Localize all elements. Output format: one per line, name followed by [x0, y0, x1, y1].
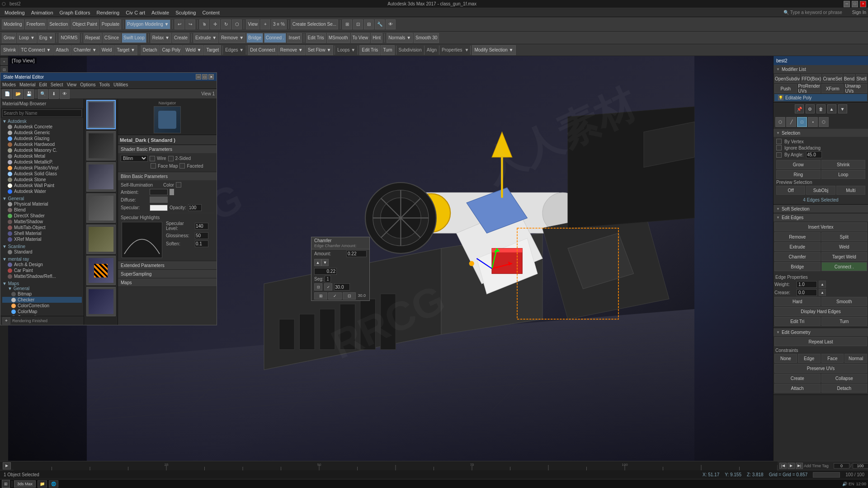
restore-btn[interactable]: □ — [852, 1, 858, 7]
eng-btn[interactable]: Eng ▼ — [38, 33, 55, 43]
shader-type-select[interactable]: Blinn — [121, 155, 148, 162]
face-map-checkbox[interactable] — [151, 163, 156, 169]
extrude-btn-rp[interactable]: Extrude — [774, 242, 821, 251]
chamfer-ctrl-2[interactable]: ✓ — [324, 283, 332, 291]
set-flow-btn[interactable]: Set Flow ▼ — [306, 45, 334, 55]
spec-level-input[interactable] — [195, 223, 208, 230]
chamfer-down-btn[interactable]: ▼ — [321, 259, 329, 266]
face-constraint-btn[interactable]: Face — [821, 354, 844, 363]
dot-connect-btn[interactable]: Dot Connect — [248, 45, 278, 55]
extrude-btn[interactable]: Extrude ▼ — [193, 33, 218, 43]
normal-constraint-btn[interactable]: Normal — [844, 354, 867, 363]
mat-editor-title[interactable]: Slate Material Editor ─ □ ✕ — [0, 73, 217, 81]
weight-up[interactable]: ▲ — [819, 281, 826, 288]
modify-sel-btn[interactable]: Modify Selection ▼ — [472, 45, 515, 55]
vertex-mode-btn[interactable]: ⬡ — [775, 117, 785, 127]
connect-btn-rp[interactable]: Connect . — [821, 262, 868, 271]
rollout-blinn-header[interactable]: Blinn Basic Parameters — [118, 172, 217, 180]
total-frames[interactable] — [853, 463, 868, 469]
undo-btn[interactable]: ↩ — [175, 19, 184, 29]
glossiness-input[interactable] — [195, 232, 208, 239]
attach-btn-t3[interactable]: Attach — [53, 45, 71, 55]
mat-close-btn[interactable]: ✕ — [208, 74, 214, 80]
mat-item-metallicp[interactable]: Autodesk MetallicP. — [2, 159, 82, 165]
ignore-backface-checkbox[interactable] — [776, 145, 782, 150]
mod-delete-btn[interactable]: 🗑 — [816, 104, 826, 113]
mat-slot-4[interactable] — [86, 193, 116, 223]
mat-item-bitmap[interactable]: Bitmap — [2, 291, 82, 297]
isolate-btn[interactable]: 👁 — [386, 19, 396, 29]
mat-item-blend[interactable]: Blend — [2, 207, 82, 213]
by-angle-input[interactable] — [806, 151, 822, 158]
collapse-btn-rp[interactable]: Collapse — [821, 374, 868, 383]
mat-menu-modes[interactable]: Modes — [2, 82, 16, 87]
msmooth-btn[interactable]: MSmooth — [327, 33, 350, 43]
chamfer-btn-rp[interactable]: Chamfer — [774, 252, 821, 261]
norms-btn[interactable]: NORMS — [59, 33, 79, 43]
mat-menu-options[interactable]: Options — [80, 82, 95, 87]
specular-swatch[interactable] — [150, 205, 168, 211]
chamfer-icon-3[interactable]: ⊡ — [343, 292, 356, 300]
diffuse-swatch[interactable] — [150, 197, 168, 203]
mod-xform[interactable]: XForm — [821, 84, 844, 93]
create-btn-rp[interactable]: Create — [774, 374, 821, 383]
poly-mode-btn[interactable]: ▪ — [808, 117, 818, 127]
soft-sel-header[interactable]: Soft Selection — [774, 205, 868, 213]
mat-save-btn[interactable]: 💾 — [24, 89, 34, 99]
edittri-btn-rp[interactable]: Edit Tri — [774, 317, 821, 326]
repeat-btn[interactable]: Repeat — [84, 33, 102, 43]
percent-btn[interactable]: 3 ≡ % — [271, 19, 287, 29]
mat-item-glass[interactable]: Autodesk Solid Glass — [2, 171, 82, 177]
mat-max-btn[interactable]: □ — [202, 74, 208, 80]
play-btn[interactable]: ▶ — [788, 463, 795, 469]
plus-btn[interactable]: + — [260, 19, 270, 29]
mat-slot-5[interactable] — [86, 225, 116, 254]
prev-frame-btn[interactable]: |◀ — [779, 463, 787, 469]
target-weld-btn-rp[interactable]: Target Weld — [821, 252, 868, 261]
grow-btn-rp[interactable]: Grow — [776, 160, 821, 169]
mod-bend[interactable]: Bend — [844, 74, 855, 83]
mat-item-xref[interactable]: XRef Material — [2, 236, 82, 242]
edit-tris-btn[interactable]: Edit Tris — [306, 33, 326, 43]
weld-btn-t3[interactable]: Weld — [99, 45, 114, 55]
mat-item-physical[interactable]: Physical Material — [2, 201, 82, 207]
multi-btn-rp[interactable]: Multi — [836, 186, 865, 195]
mirror-btn[interactable]: ⊡ — [353, 19, 363, 29]
insert-btn[interactable]: Insert — [287, 33, 302, 43]
mat-menu-view[interactable]: View — [67, 82, 77, 87]
edit-tris-t3-btn[interactable]: Edit Tris — [359, 45, 380, 55]
mat-slot-1[interactable] — [86, 100, 116, 129]
taskbar-explorer[interactable]: 📁 — [38, 480, 47, 488]
detach-btn-rp[interactable]: Detach — [821, 384, 868, 393]
chamfer-icon-2[interactable]: ✓ — [328, 292, 341, 300]
mat-slot-7[interactable] — [86, 287, 116, 316]
rollout-shader-header[interactable]: Shader Basic Parameters — [118, 145, 217, 153]
mod-move-up-btn[interactable]: ▲ — [827, 104, 836, 113]
search-field[interactable]: 🔍 Type a keyword or phrase — [783, 10, 842, 15]
mat-item-concrete[interactable]: Autodesk Concrete — [2, 124, 82, 130]
polygon-modeling-btn[interactable]: Polygon Modeling ▼ — [125, 19, 170, 29]
loop-btn-rp[interactable]: Loop — [821, 170, 866, 179]
tab-object-paint[interactable]: Object Paint — [71, 19, 99, 29]
mat-item-colormap[interactable]: ColorMap — [2, 309, 82, 314]
mat-slot-6[interactable] — [86, 256, 116, 285]
relax-btn[interactable]: Relax ▼ — [151, 33, 171, 43]
mat-item-stone[interactable]: Autodesk Stone — [2, 177, 82, 183]
taskbar-3dsmax[interactable]: 3ds Max — [14, 480, 36, 488]
select-btn[interactable]: 🖱 — [199, 19, 209, 29]
edit-geometry-header[interactable]: Edit Geometry — [774, 328, 868, 336]
mat-item-colorcorrection[interactable]: ColorCorrection — [2, 303, 82, 309]
chamfer-up-btn[interactable]: ▲ — [314, 259, 321, 266]
mat-group-autodesk-header[interactable]: ▼ Autodesk — [2, 119, 82, 124]
mat-item-arch[interactable]: Arch & Design — [2, 262, 82, 267]
mod-opensubdiv[interactable]: OpenSubdiv — [774, 74, 800, 83]
rollout-supersampling-header[interactable]: SuperSampling — [118, 270, 217, 278]
mat-item-water[interactable]: Autodesk Water — [2, 188, 82, 194]
mat-search-input[interactable] — [2, 109, 82, 117]
mat-item-checker[interactable]: Checker — [2, 297, 82, 303]
edge-constraint-btn[interactable]: Edge — [798, 354, 821, 363]
target-weld-btn[interactable]: Target — [204, 45, 221, 55]
mod-push[interactable]: Push — [774, 84, 797, 93]
by-angle-checkbox[interactable] — [776, 152, 782, 158]
mat-item-shell[interactable]: Shell Material — [2, 230, 82, 236]
